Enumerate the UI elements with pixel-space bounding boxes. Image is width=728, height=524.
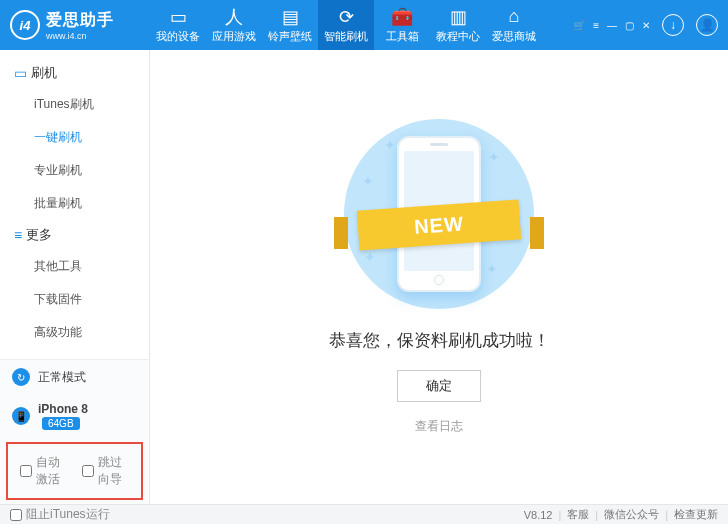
cart-icon[interactable]: 🛒 <box>573 20 585 31</box>
store-icon: ⌂ <box>509 7 520 27</box>
tab-label: 铃声壁纸 <box>268 29 312 44</box>
wallpaper-icon: ▤ <box>282 7 299 27</box>
sidebar: ▭刷机 iTunes刷机 一键刷机 专业刷机 批量刷机 ≡更多 其他工具 下载固… <box>0 50 150 504</box>
tab-label: 智能刷机 <box>324 29 368 44</box>
window-controls: 🛒 ≡ — ▢ ✕ ↓ 👤 <box>573 14 728 36</box>
tab-tutorials[interactable]: ▥教程中心 <box>430 0 486 50</box>
content-pane: ✦ ✦ ✦ ✦ ✦ NEW 恭喜您，保资料刷机成功啦！ 确定 查看日志 <box>150 50 728 504</box>
tab-ringtones[interactable]: ▤铃声壁纸 <box>262 0 318 50</box>
tablet-icon: ▭ <box>170 7 187 27</box>
tab-apps[interactable]: 人应用游戏 <box>206 0 262 50</box>
view-log-link[interactable]: 查看日志 <box>415 418 463 435</box>
refresh-icon: ↻ <box>12 368 30 386</box>
title-bar: i4 爱思助手 www.i4.cn ▭我的设备 人应用游戏 ▤铃声壁纸 ⟳智能刷… <box>0 0 728 50</box>
brand-name: 爱思助手 <box>46 10 114 31</box>
version-label: V8.12 <box>524 509 553 521</box>
footer-link-wechat[interactable]: 微信公众号 <box>604 507 659 522</box>
tab-label: 工具箱 <box>386 29 419 44</box>
sidebar-item-other-tools[interactable]: 其他工具 <box>0 250 149 283</box>
new-ribbon: NEW <box>334 205 544 261</box>
tab-flash[interactable]: ⟳智能刷机 <box>318 0 374 50</box>
sparkle-icon: ✦ <box>384 137 396 153</box>
sidebar-item-batch-flash[interactable]: 批量刷机 <box>0 187 149 220</box>
sparkle-icon: ✦ <box>486 261 498 277</box>
phone-icon: 📱 <box>12 407 30 425</box>
sparkle-icon: ✦ <box>488 149 500 165</box>
ribbon-label: NEW <box>357 199 521 250</box>
device-info[interactable]: 📱 iPhone 864GB <box>0 394 149 438</box>
options-highlighted: 自动激活 跳过向导 <box>6 442 143 500</box>
list-icon: ≡ <box>14 227 22 243</box>
success-illustration: ✦ ✦ ✦ ✦ ✦ NEW <box>344 119 534 309</box>
checkbox-label: 阻止iTunes运行 <box>26 506 110 523</box>
checkbox-block-itunes[interactable]: 阻止iTunes运行 <box>10 506 110 523</box>
sidebar-item-oneclick-flash[interactable]: 一键刷机 <box>0 121 149 154</box>
tab-label: 我的设备 <box>156 29 200 44</box>
group-label: 刷机 <box>31 64 57 82</box>
menu-icon[interactable]: ≡ <box>593 20 599 31</box>
status-mode[interactable]: ↻ 正常模式 <box>0 360 149 394</box>
apps-icon: 人 <box>225 7 243 27</box>
profile-button[interactable]: 👤 <box>696 14 718 36</box>
toolbox-icon: 🧰 <box>391 7 413 27</box>
checkbox-skip-guide[interactable]: 跳过向导 <box>82 454 130 488</box>
status-label: 正常模式 <box>38 369 86 386</box>
storage-badge: 64GB <box>42 417 80 430</box>
group-label: 更多 <box>26 226 52 244</box>
device-name: iPhone 8 <box>38 402 88 416</box>
sidebar-item-advanced[interactable]: 高级功能 <box>0 316 149 349</box>
download-button[interactable]: ↓ <box>662 14 684 36</box>
sidebar-group-more: ≡更多 <box>0 220 149 250</box>
brand-url: www.i4.cn <box>46 31 114 41</box>
checkbox-label: 自动激活 <box>36 454 68 488</box>
logo-icon: i4 <box>10 10 40 40</box>
footer-link-update[interactable]: 检查更新 <box>674 507 718 522</box>
tab-store[interactable]: ⌂爱思商城 <box>486 0 542 50</box>
success-message: 恭喜您，保资料刷机成功啦！ <box>329 329 550 352</box>
grid-icon: ▥ <box>450 7 467 27</box>
sidebar-item-pro-flash[interactable]: 专业刷机 <box>0 154 149 187</box>
close-icon[interactable]: ✕ <box>642 20 650 31</box>
sparkle-icon: ✦ <box>362 173 374 189</box>
nav-tabs: ▭我的设备 人应用游戏 ▤铃声壁纸 ⟳智能刷机 🧰工具箱 ▥教程中心 ⌂爱思商城 <box>150 0 573 50</box>
tablet-icon: ▭ <box>14 65 27 81</box>
sidebar-item-itunes-flash[interactable]: iTunes刷机 <box>0 88 149 121</box>
tab-my-device[interactable]: ▭我的设备 <box>150 0 206 50</box>
checkbox-label: 跳过向导 <box>98 454 130 488</box>
tab-toolbox[interactable]: 🧰工具箱 <box>374 0 430 50</box>
sidebar-group-flash: ▭刷机 <box>0 58 149 88</box>
footer-bar: 阻止iTunes运行 V8.12 | 客服 | 微信公众号 | 检查更新 <box>0 504 728 524</box>
minimize-icon[interactable]: — <box>607 20 617 31</box>
sidebar-item-download-firmware[interactable]: 下载固件 <box>0 283 149 316</box>
tab-label: 教程中心 <box>436 29 480 44</box>
tab-label: 爱思商城 <box>492 29 536 44</box>
maximize-icon[interactable]: ▢ <box>625 20 634 31</box>
footer-link-support[interactable]: 客服 <box>567 507 589 522</box>
ok-button[interactable]: 确定 <box>397 370 481 402</box>
tab-label: 应用游戏 <box>212 29 256 44</box>
checkbox-auto-activate[interactable]: 自动激活 <box>20 454 68 488</box>
logo: i4 爱思助手 www.i4.cn <box>0 10 150 41</box>
refresh-icon: ⟳ <box>339 7 354 27</box>
